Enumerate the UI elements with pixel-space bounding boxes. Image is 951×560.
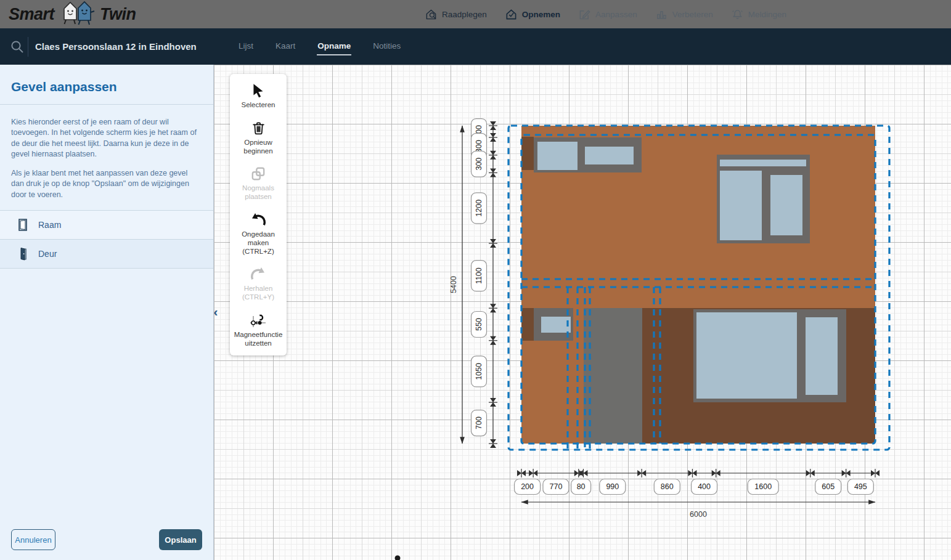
window-upper-left-glass-2[interactable]: [585, 147, 634, 164]
list-item-label: Raam: [38, 220, 61, 230]
facade-drawing[interactable]: 2003003001200110055010507005400200770809…: [214, 65, 951, 560]
window-upper-left-glass-1[interactable]: [537, 142, 578, 170]
instruction-paragraph-2: Als je klaar bent met het aanpassen van …: [11, 168, 202, 200]
tool-redo: Herhalen (CTRL+Y): [232, 266, 284, 302]
cursor-icon: [250, 83, 266, 99]
sidebar-panel: Gevel aanpassen Kies hieronder eerst of …: [0, 65, 214, 560]
window-lower-left-glass[interactable]: [541, 317, 571, 333]
bar-chart-icon: [656, 9, 667, 20]
tab-bar: Lijst Kaart Opname Notities: [238, 28, 401, 65]
dimension-pill-value: 550: [475, 318, 483, 331]
dimension-pill-value: 1200: [475, 200, 483, 217]
house-check-icon: [505, 9, 517, 20]
magnet-snap-icon: [249, 312, 267, 328]
window-lower-right-glass-2[interactable]: [806, 317, 838, 395]
window-upper-right-glass-2[interactable]: [770, 175, 802, 235]
dimension-pill-value: 860: [661, 482, 674, 491]
dimension-pill-value: 700: [475, 416, 483, 429]
tool-palette: Selecteren Opnieuw beginnen: [230, 74, 287, 355]
dimension-pill-value: 1600: [754, 482, 772, 491]
dimension-pill-value: 990: [606, 482, 619, 491]
house-search-icon: [425, 9, 437, 20]
dimension-pill-value: 495: [854, 482, 867, 491]
tab-notities[interactable]: Notities: [372, 38, 401, 55]
topbar: Smart Twin: [0, 0, 951, 28]
door-icon: [16, 246, 30, 261]
tab-opname[interactable]: Opname: [317, 38, 351, 55]
page-title: Gevel aanpassen: [0, 65, 213, 105]
pencil-icon: [579, 9, 590, 20]
dimension-pill-value: 300: [475, 158, 483, 171]
nav-item-aanpassen: Aanpassen: [579, 9, 637, 20]
instruction-paragraph-1: Kies hieronder eerst of je een raam of d…: [11, 117, 202, 160]
tab-lijst[interactable]: Lijst: [238, 38, 254, 55]
trim-lower-left[interactable]: [521, 308, 534, 341]
tool-place-again: Nogmaals plaatsen: [232, 166, 284, 201]
trash-icon: [251, 120, 266, 136]
address-title: Claes Persoonslaan 12 in Eindhoven: [35, 41, 197, 52]
search-icon[interactable]: [10, 39, 25, 54]
dimension-pill-value: 200: [521, 482, 534, 491]
tool-undo[interactable]: Ongedaan maken (CTRL+Z): [232, 212, 284, 256]
cancel-button[interactable]: Annuleren: [11, 529, 55, 550]
logo-text-twin: Twin: [100, 5, 136, 24]
bell-icon: [732, 9, 743, 20]
window-icon: [16, 217, 30, 232]
undo-icon: [250, 212, 267, 228]
element-type-list: Raam Deur: [0, 210, 213, 269]
redo-icon: [250, 266, 267, 282]
nav-item-meldingen: Meldingen: [732, 9, 786, 20]
nav-item-verbeteren: Verbeteren: [656, 9, 713, 20]
list-item-raam[interactable]: Raam: [0, 211, 213, 240]
dimension-total-value: 6000: [690, 510, 707, 519]
duplicate-icon: [250, 166, 266, 182]
nav-item-opnemen[interactable]: Opnemen: [505, 9, 560, 20]
save-button[interactable]: Opslaan: [159, 529, 202, 550]
logo-houses-icon: [55, 0, 99, 28]
subheader: Claes Persoonslaan 12 in Eindhoven Lijst…: [0, 28, 951, 65]
dimension-pill-value: 770: [550, 482, 563, 491]
top-navigation: Raadplegen Opnemen Aanpassen: [425, 0, 786, 28]
nav-item-raadplegen[interactable]: Raadplegen: [425, 9, 487, 20]
dimension-pill-value: 605: [822, 482, 835, 491]
trim-upper-left[interactable]: [521, 137, 534, 170]
dimension-pill-value: 80: [577, 482, 586, 491]
list-item-label: Deur: [38, 249, 57, 259]
sidebar-collapse-button[interactable]: ‹: [210, 305, 221, 320]
garage-panel[interactable]: [584, 308, 642, 444]
window-lower-right-glass-1[interactable]: [696, 312, 797, 399]
dimension-total-value: 5400: [449, 276, 458, 293]
dimension-pill-value: 1050: [475, 363, 483, 380]
window-upper-right-glass-1[interactable]: [720, 171, 762, 240]
tool-select[interactable]: Selecteren: [232, 83, 284, 110]
dimension-pill-value: 400: [698, 482, 711, 491]
dimension-pill-value: 1100: [475, 267, 483, 284]
logo-text-smart: Smart: [9, 5, 54, 24]
header-divider: [28, 37, 28, 57]
list-item-deur[interactable]: Deur: [0, 240, 213, 269]
tab-kaart[interactable]: Kaart: [275, 38, 296, 55]
offscreen-dimension-fragment: [395, 556, 401, 560]
window-upper-right-transom[interactable]: [720, 160, 806, 166]
facade-canvas[interactable]: 2003003001200110055010507005400200770809…: [214, 65, 951, 560]
tool-magnet-toggle[interactable]: Magneetfunctie uitzetten: [232, 312, 284, 348]
logo[interactable]: Smart Twin: [9, 0, 136, 28]
tool-restart[interactable]: Opnieuw beginnen: [232, 120, 284, 156]
smart-twin-app: Smart Twin: [0, 0, 951, 560]
